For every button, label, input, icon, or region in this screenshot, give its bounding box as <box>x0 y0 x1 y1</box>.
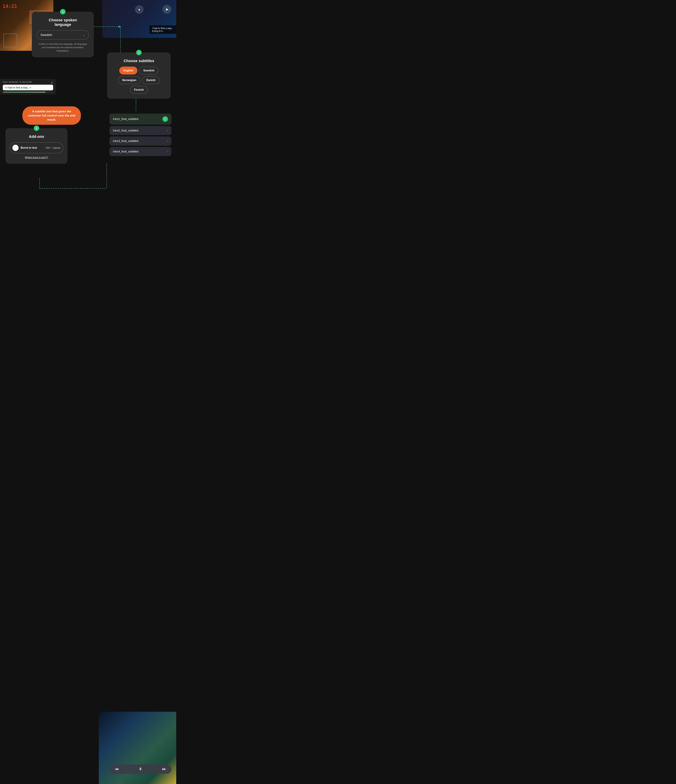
lang-btn-finnish[interactable]: Finnish <box>130 86 148 94</box>
skip-back-button[interactable]: ⏮ <box>115 767 119 771</box>
file-name-1: Intro1_final_subtitled <box>113 118 139 121</box>
file-item-1[interactable]: Intro1_final_subtitled ✓ <box>109 114 171 124</box>
addon-name: Burnt-in text <box>21 146 45 149</box>
subtitle-line2: trying to k... <box>152 30 173 32</box>
addon-link[interactable]: What's burnt in text?? <box>25 156 48 159</box>
time-to: To: 00:10,560 <box>19 81 32 83</box>
card-spoken-language: 1 Choose spoken language Swedish ⌄ If th… <box>32 12 94 57</box>
file-arrow-icon-2: › <box>167 129 168 132</box>
language-dropdown[interactable]: Swedish ⌄ <box>37 30 89 40</box>
file-check-icon-1: ✓ <box>162 116 168 122</box>
timeline-times: From: 00:08,640 To: 00:10,560 <box>3 81 53 83</box>
file-list: Intro1_final_subtitled ✓ Intro2_final_su… <box>109 114 171 157</box>
subtitle-options: English Swedish Norwegian Danish Finnish <box>111 67 167 94</box>
promo-badge: A subtitle tool that gives the customer … <box>22 106 81 125</box>
chevron-down-icon: ⌄ <box>83 33 85 37</box>
subtitle-line1: I had to find a way... <box>152 27 173 30</box>
time-from: From: 00:08,640 <box>3 81 18 83</box>
lang-btn-swedish[interactable]: Swedish <box>139 67 159 75</box>
card3-title: Add-ons <box>9 134 63 139</box>
promo-text: A subtitle tool that gives the customer … <box>28 110 75 121</box>
step-badge-2: 2 <box>136 50 142 55</box>
file-arrow-icon-3: › <box>167 139 168 143</box>
file-item-4[interactable]: Intro4_final_subtitled › <box>109 147 171 156</box>
file-item-3[interactable]: Intro3_final_subtitled › <box>109 137 171 146</box>
selected-language: Swedish <box>40 33 52 37</box>
file-name-2: Intro2_final_subtitled <box>113 129 139 132</box>
video-subtitle: I had to find a way... trying to k... <box>150 25 176 34</box>
pause-icon[interactable]: ⏸ <box>50 81 53 84</box>
file-name-4: Intro4_final_subtitled <box>113 150 139 153</box>
file-name-3: Intro3_final_subtitled <box>113 140 139 143</box>
timeline-bar: From: 00:08,640 To: 00:10,560 ⏸ <I had t… <box>0 79 56 95</box>
card-addons: 3 Add-ons Burnt-in text 299:- / upload W… <box>6 128 67 164</box>
card-choose-subtitles: 2 Choose subtitles English Swedish Norwe… <box>107 53 171 99</box>
step-badge-1: 1 <box>60 9 65 14</box>
file-item-2[interactable]: Intro2_final_subtitled › <box>109 126 171 135</box>
timeline-progress <box>3 92 53 93</box>
lang-btn-norwegian[interactable]: Norwegian <box>118 76 140 84</box>
addon-price: 299:- / upload <box>45 146 60 149</box>
step-badge-3: 3 <box>34 126 39 131</box>
card1-title: Choose spoken language <box>37 18 89 27</box>
card1-hint: If there is more than one language, all … <box>37 42 89 53</box>
lang-btn-danish[interactable]: Danish <box>142 76 159 84</box>
timeline-text: <I had to find a way...> <box>3 85 53 90</box>
file-arrow-icon-4: › <box>167 150 168 153</box>
play-button[interactable] <box>162 5 171 14</box>
addon-toggle[interactable] <box>12 145 19 151</box>
pause-button[interactable]: ⏸ <box>139 767 142 771</box>
timeline-progress-fill <box>3 92 45 93</box>
skip-forward-button[interactable]: ⏭ <box>162 767 166 771</box>
addon-row: Burnt-in text 299:- / upload <box>9 142 63 153</box>
lang-btn-english[interactable]: English <box>119 67 137 75</box>
media-controls: ⏮ ⏸ ⏭ <box>109 764 171 774</box>
card2-title: Choose subtitles <box>111 59 167 63</box>
